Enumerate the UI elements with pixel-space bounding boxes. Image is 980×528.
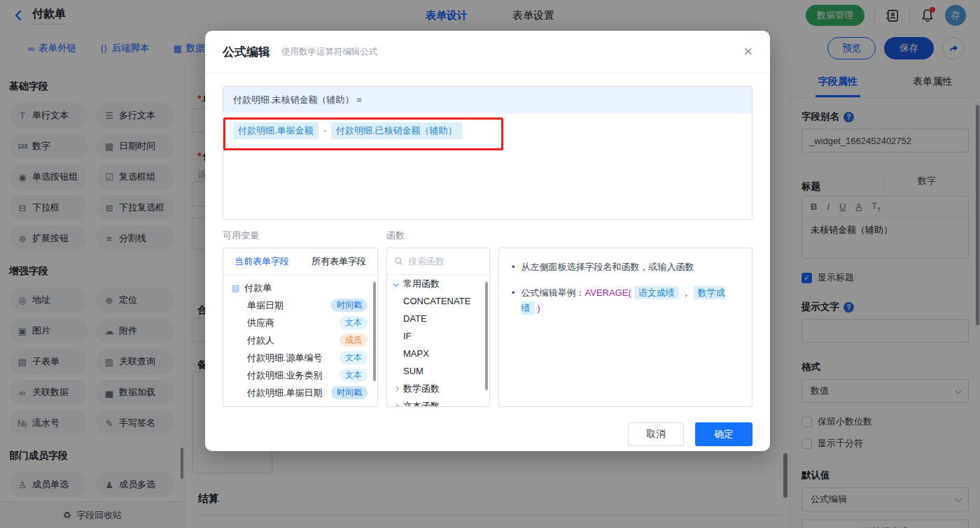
- form-doc-icon: ▤: [232, 283, 239, 293]
- functions-scrollbar[interactable]: [485, 282, 488, 390]
- formula-editor-area[interactable]: 付款明细.单据金额-付款明细.已核销金额（辅助）: [223, 113, 752, 219]
- help-tip-2: • 公式编辑举例：AVERAGE(语文成绩，数学成绩): [512, 285, 739, 316]
- close-icon[interactable]: ×: [743, 44, 752, 59]
- confirm-button[interactable]: 确定: [695, 422, 752, 446]
- chevron-right-icon: [393, 403, 399, 407]
- field-type-badge: 文本: [340, 369, 368, 382]
- function-item[interactable]: IF: [387, 327, 489, 345]
- tab-current-form-fields[interactable]: 当前表单字段: [223, 248, 300, 274]
- formula-chip[interactable]: 付款明细.已核销金额（辅助）: [331, 122, 462, 139]
- cancel-button[interactable]: 取消: [628, 422, 684, 446]
- help-tip-1: • 从左侧面板选择字段名和函数，或输入函数: [512, 259, 739, 275]
- field-type-badge: [344, 406, 368, 408]
- variable-field-row[interactable]: 付款人成员: [223, 331, 377, 349]
- search-placeholder: 搜索函数: [408, 255, 444, 268]
- formula-help-panel: • 从左侧面板选择字段名和函数，或输入函数 • 公式编辑举例：AVERAGE(语…: [498, 248, 752, 407]
- chevron-down-icon: [393, 280, 399, 286]
- tab-all-form-fields[interactable]: 所有表单字段: [300, 248, 377, 274]
- variables-panel: 当前表单字段 所有表单字段 ▤付款单单据日期时间戳供应商文本付款人成员付款明细.…: [223, 248, 378, 407]
- chevron-right-icon: [393, 385, 399, 391]
- example-chip: 语文成绩: [634, 286, 679, 299]
- functions-tree: 常用函数CONCATENATEDATEIFMAPXSUM数学函数文本函数: [387, 275, 489, 407]
- variables-tree: ▤付款单单据日期时间戳供应商文本付款人成员付款明细.源单编号文本付款明细.业务类…: [223, 275, 377, 407]
- modal-title: 公式编辑: [223, 44, 270, 60]
- function-item[interactable]: SUM: [387, 362, 489, 380]
- variables-label: 可用变量: [223, 229, 386, 242]
- field-type-badge: 时间戳: [331, 299, 368, 312]
- function-group-row[interactable]: 文本函数: [387, 397, 489, 407]
- modal-subtitle: 使用数学运算符编辑公式: [281, 46, 378, 58]
- function-item[interactable]: MAPX: [387, 345, 489, 362]
- function-item[interactable]: CONCATENATE: [387, 292, 489, 310]
- function-search-input[interactable]: 搜索函数: [387, 248, 489, 275]
- modal-header: 公式编辑 使用数学运算符编辑公式 ×: [205, 31, 770, 73]
- function-group-row[interactable]: 数学函数: [387, 380, 489, 397]
- formula-chip[interactable]: 付款明细.单据金额: [233, 122, 318, 139]
- example-function-name: AVERAGE(: [585, 287, 631, 298]
- formula-target: 付款明细.未核销金额（辅助） =: [223, 87, 752, 113]
- app-window: 付款单 表单设计 表单设置 数据管理 存 ∞表单外链⟨⟩后端脚本▦数据权限 预览…: [0, 0, 980, 528]
- function-item[interactable]: DATE: [387, 310, 489, 327]
- variable-field-row[interactable]: 付款明细.源单编号文本: [223, 349, 377, 366]
- functions-label: 函数: [386, 229, 498, 242]
- variables-root-node[interactable]: ▤付款单: [223, 279, 377, 297]
- formula-editor-modal: 公式编辑 使用数学运算符编辑公式 × 付款明细.未核销金额（辅助） = 付款明细…: [205, 31, 770, 451]
- variables-scrollbar[interactable]: [373, 282, 376, 381]
- field-type-badge: 文本: [340, 351, 368, 364]
- functions-panel: 搜索函数 常用函数CONCATENATEDATEIFMAPXSUM数学函数文本函…: [386, 248, 490, 407]
- formula-box: 付款明细.未核销金额（辅助） = 付款明细.单据金额-付款明细.已核销金额（辅助…: [223, 86, 752, 220]
- variable-field-row[interactable]: [223, 401, 377, 407]
- function-group-row[interactable]: 常用函数: [387, 275, 489, 292]
- field-type-badge: 成员: [340, 334, 368, 347]
- variable-field-row[interactable]: 付款明细.单据日期时间戳: [223, 384, 377, 401]
- search-icon: [394, 257, 403, 266]
- variable-field-row[interactable]: 单据日期时间戳: [223, 297, 377, 314]
- field-type-badge: 时间戳: [331, 386, 368, 399]
- variable-field-row[interactable]: 供应商文本: [223, 314, 377, 331]
- operator: -: [323, 125, 326, 136]
- variable-field-row[interactable]: 付款明细.业务类别文本: [223, 366, 377, 384]
- field-type-badge: 文本: [340, 316, 368, 329]
